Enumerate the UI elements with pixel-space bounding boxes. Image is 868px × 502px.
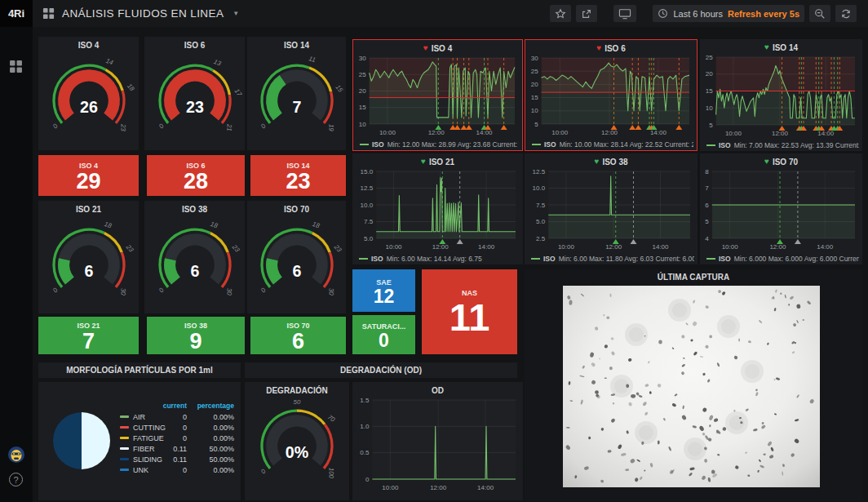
gauge-panel-title[interactable]: ISO 38 <box>144 201 245 217</box>
y-tick-label: 5 <box>709 122 713 129</box>
gauge-panel-degradacion: DEGRADACIÓN050701000% <box>245 382 349 500</box>
annotation-marker[interactable] <box>435 125 441 130</box>
chart-title[interactable]: ISO 4 <box>432 44 453 53</box>
microscope-capture-image <box>563 286 820 487</box>
annotation-marker[interactable] <box>613 239 619 244</box>
y-tick-label: 7.5 <box>364 218 374 225</box>
gauge-value-arc <box>64 260 69 281</box>
x-tick-label: 10:00 <box>379 129 396 136</box>
y-tick-label: 15 <box>359 104 366 111</box>
legend-stats: Min: 6.00 Max: 11.80 Avg: 6.03 Current: … <box>559 255 694 263</box>
annotation-marker[interactable] <box>610 125 617 130</box>
chart-title[interactable]: ISO 21 <box>429 158 454 167</box>
pie-slice-fiber[interactable] <box>82 412 110 469</box>
annotation-marker[interactable] <box>630 239 636 244</box>
gauge-panel-title[interactable]: ISO 14 <box>247 37 346 53</box>
refresh-icon <box>840 8 852 20</box>
y-tick-label: 5 <box>534 121 538 128</box>
gauge-scale-label: 0 <box>157 122 166 130</box>
tv-mode-button[interactable] <box>613 5 636 22</box>
x-tick-label: 14:00 <box>478 243 495 251</box>
gauge-panel-title[interactable]: ISO 70 <box>247 201 346 217</box>
annotation-marker[interactable] <box>466 125 472 130</box>
title-dropdown-caret-icon[interactable]: ▼ <box>232 10 239 17</box>
annotation-marker[interactable] <box>635 125 641 130</box>
legend-series-name[interactable]: ISO <box>543 255 556 263</box>
annotation-marker[interactable] <box>457 239 463 244</box>
gauge-panel-title[interactable]: ISO 21 <box>38 201 139 217</box>
legend-series-name[interactable]: ISO <box>544 140 556 149</box>
star-icon <box>555 8 566 20</box>
chart-title[interactable]: ISO 38 <box>602 158 627 167</box>
refresh-interval-label[interactable]: Refresh every 5s <box>728 9 799 19</box>
gauge-scale-label: 23 <box>332 242 343 254</box>
chart-title[interactable]: ISO 14 <box>773 43 798 52</box>
legend-percentage-value: 0.00% <box>192 434 234 442</box>
plot-background <box>372 400 516 479</box>
chart-header: ♥ISO 38 <box>525 153 698 170</box>
annotation-marker[interactable] <box>454 125 461 130</box>
gauge-panel-iso70: ISO 7001823306 <box>247 201 346 313</box>
pie-slice-sliding[interactable] <box>53 412 82 469</box>
sidebar-dashboards-icon[interactable] <box>9 60 23 73</box>
annotation-marker[interactable] <box>461 125 467 130</box>
legend-label[interactable]: UNK <box>133 466 148 474</box>
row-header-degradacion[interactable]: DEGRADACIÓN (OD) <box>245 362 517 378</box>
help-icon[interactable]: ? <box>9 473 23 486</box>
annotation-marker[interactable] <box>675 125 682 130</box>
legend-series-name[interactable]: ISO <box>719 255 731 263</box>
x-tick-label: 10:00 <box>558 243 575 251</box>
annotation-marker[interactable] <box>777 239 783 244</box>
refresh-button[interactable] <box>835 5 857 22</box>
zoom-out-button[interactable] <box>809 5 830 22</box>
y-tick-label: 5.0 <box>536 218 546 225</box>
chart-title[interactable]: ISO 70 <box>773 158 798 167</box>
legend-label[interactable]: AIR <box>133 413 145 421</box>
chart-title[interactable]: ISO 6 <box>604 44 626 53</box>
chart-title[interactable]: OD <box>432 386 444 395</box>
gauge-scale-label: 30 <box>225 288 232 296</box>
y-tick-label: 1.0 <box>360 423 370 430</box>
gauge-panel-title[interactable]: DEGRADACIÓN <box>245 382 349 398</box>
x-tick-label: 12:00 <box>605 243 622 251</box>
gauge-panel-iso4: ISO 4014182326 <box>38 37 139 150</box>
annotation-marker[interactable] <box>501 125 507 130</box>
gauge-scale-label: 30 <box>327 288 334 296</box>
gauge-iso21: 01823306 <box>42 219 136 304</box>
gauge-panel-title[interactable]: ISO 4 <box>38 37 139 53</box>
legend-series-name[interactable]: ISO <box>372 140 384 149</box>
dashboard-title[interactable]: ANÁLISIS FLUIDOS EN LINEA <box>62 7 224 20</box>
user-avatar[interactable] <box>7 446 25 464</box>
annotation-marker[interactable] <box>439 239 445 244</box>
annotation-marker[interactable] <box>629 125 636 130</box>
annotation-marker[interactable] <box>795 239 801 244</box>
legend-label[interactable]: FIBER <box>133 445 155 453</box>
chart-legend: ISOMin: 12.00 Max: 28.99 Avg: 23.68 Curr… <box>360 140 519 149</box>
gauge-value-arc <box>272 80 283 117</box>
row-header-morfologia[interactable]: MORFOLOGÍA PARTÍCULAS POR 1ml <box>38 362 241 378</box>
chart-svg-iso14: 25201510510:0012:0014:00 <box>700 39 862 151</box>
gauge-panel-title[interactable]: ISO 6 <box>144 37 245 53</box>
y-tick-label: 10 <box>359 121 366 128</box>
y-tick-label: 25 <box>359 71 366 78</box>
chart-svg-iso6: 3025201510510:0012:0014:00 <box>525 40 697 150</box>
legend-series-name[interactable]: ISO <box>371 255 383 263</box>
legend-series-name[interactable]: ISO <box>719 141 731 149</box>
gauge-scale-label: 23 <box>124 242 135 254</box>
annotation-marker[interactable] <box>779 126 786 131</box>
legend-stats: Min: 10.00 Max: 28.14 Avg: 22.52 Current… <box>560 140 693 149</box>
zoom-out-icon <box>814 8 826 20</box>
y-tick-label: 0.5 <box>360 449 370 456</box>
gauge-iso14: 01115197 <box>250 55 344 140</box>
share-dashboard-button[interactable] <box>576 5 597 22</box>
y-tick-label: 25 <box>531 68 538 75</box>
org-logo[interactable]: 4Ri <box>0 0 33 27</box>
legend-percentage-value: 0.00% <box>192 413 234 421</box>
gauge-panel-iso38: ISO 3801823306 <box>144 201 245 313</box>
y-tick-label: 20 <box>706 70 713 78</box>
x-tick-label: 10:00 <box>722 243 739 251</box>
stat-panel-sae: SAE12 <box>352 269 415 312</box>
star-dashboard-button[interactable] <box>550 5 571 22</box>
legend-current-value: 0 <box>154 434 187 442</box>
time-range-picker[interactable]: Last 6 hours Refresh every 5s <box>653 5 804 22</box>
